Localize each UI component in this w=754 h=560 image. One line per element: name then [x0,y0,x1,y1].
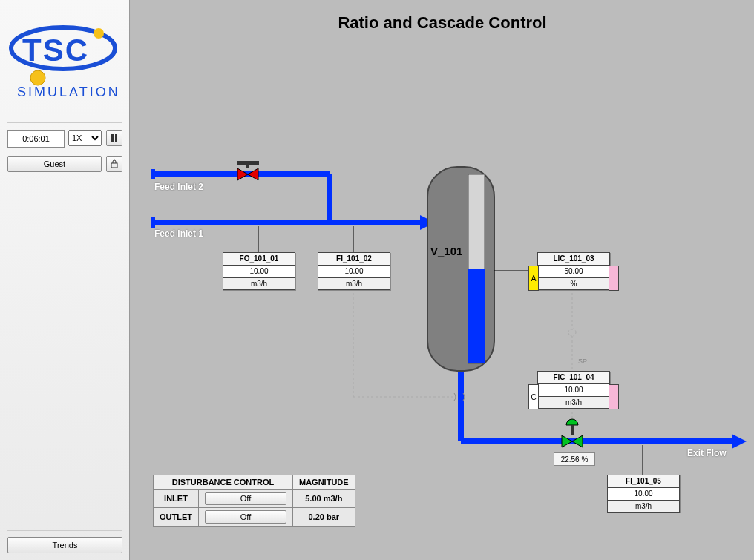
dist-row-mag: 0.20 bar [293,508,355,527]
label-feed1: Feed Inlet 1 [154,228,203,239]
svg-marker-13 [237,168,248,180]
mode-indicator: C [528,384,539,409]
sim-time-display: 0:06:01 [7,130,65,148]
trends-button[interactable]: Trends [7,537,122,553]
dist-row-mag: 5.00 m3/h [293,490,355,508]
instr-unit: m3/h [318,278,390,289]
svg-point-1 [94,28,104,39]
trends-label: Trends [53,541,78,550]
table-row: INLET Off 5.00 m3/h [154,490,355,508]
instr-unit: m3/h [538,397,609,408]
sidebar: TSC SIMULATION 0:06:01 1X Guest Trends [0,0,130,560]
svg-rect-12 [246,161,249,168]
svg-marker-36 [562,435,572,447]
instr-value: 10.00 [608,488,679,501]
instr-tag: FI_101_05 [608,475,679,488]
lock-button[interactable] [106,156,122,172]
instr-tag: FO_101_01 [223,253,295,266]
divider [7,530,122,531]
svg-rect-6 [115,134,117,142]
svg-rect-10 [151,169,155,179]
sim-time-value: 0:06:01 [22,134,50,143]
diagram-canvas: Ratio and Cascade Control [131,0,754,560]
label-feed2: Feed Inlet 2 [154,182,203,192]
instrument-fo-101-01[interactable]: FO_101_01 10.00 m3/h [223,252,295,290]
alarm-indicator [609,266,619,291]
svg-text:SP: SP [578,358,587,365]
disturbance-table: DISTURBANCE CONTROL MAGNITUDE INLET Off … [153,475,355,527]
dist-outlet-toggle[interactable]: Off [205,510,286,524]
svg-rect-35 [571,425,574,435]
closed-valve-icon[interactable] [237,161,259,180]
svg-marker-25 [732,434,747,449]
table-row: OUTLET Off 0.20 bar [154,508,355,527]
divider [7,122,122,123]
instrument-fi-101-05[interactable]: FI_101_05 10.00 m3/h [607,475,680,513]
alarm-indicator [609,384,619,409]
instr-value: 10.00 [318,266,390,278]
svg-text:TSC: TSC [22,33,89,67]
instrument-fic-101-04[interactable]: C FIC_101_04 10.00 m3/h [537,371,610,409]
instr-tag: FI_101_02 [318,253,390,266]
instr-unit: m3/h [608,501,679,512]
sim-speed-select[interactable]: 1X [68,130,102,146]
mode-indicator: A [528,266,539,291]
valve-position-display: 22.56 % [554,452,595,466]
instrument-fi-101-02[interactable]: FI_101_02 10.00 m3/h [318,252,390,290]
dist-header-mag: MAGNITUDE [293,475,355,490]
svg-rect-5 [111,134,114,142]
svg-rect-16 [151,217,155,228]
instrument-lic-101-03[interactable]: A LIC_101_03 50.00 % [537,252,610,290]
label-exit: Exit Flow [687,448,727,458]
vessel-label: V_101 [430,245,462,257]
instr-unit: m3/h [223,278,295,289]
lock-icon [110,159,119,168]
pause-button[interactable] [106,130,122,146]
pause-icon [111,134,118,142]
dist-row-label: INLET [154,490,199,508]
dist-header-title: DISTURBANCE CONTROL [154,475,293,490]
instr-value: 10.00 [223,266,295,278]
dist-row-label: OUTLET [154,508,199,527]
user-button[interactable]: Guest [7,156,102,172]
svg-rect-7 [111,163,117,168]
svg-rect-22 [468,269,485,363]
instr-unit: % [538,278,609,289]
svg-point-3 [30,70,45,85]
svg-text:SIMULATION: SIMULATION [17,85,120,99]
instr-value: 50.00 [538,266,609,278]
svg-marker-14 [248,168,258,180]
instr-tag: LIC_101_03 [538,253,609,266]
vessel-v101[interactable] [427,167,494,371]
svg-marker-37 [572,435,583,447]
instr-tag: FIC_101_04 [538,372,609,384]
instr-value: 10.00 [538,384,609,397]
user-label: Guest [44,159,65,168]
tsc-logo: TSC SIMULATION [4,15,122,104]
dist-inlet-toggle[interactable]: Off [205,492,286,505]
divider [7,182,122,182]
